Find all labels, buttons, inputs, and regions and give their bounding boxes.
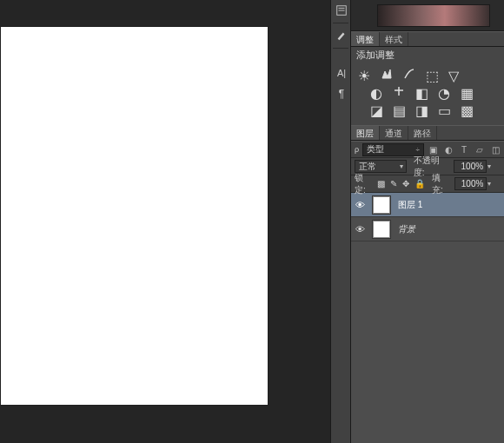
- filter-adjust-icon[interactable]: ◐: [443, 144, 454, 155]
- layer-list: 👁 图层 1 👁 背景: [351, 193, 504, 241]
- visibility-toggle[interactable]: 👁: [351, 224, 368, 235]
- filter-pixel-icon[interactable]: ▣: [428, 144, 438, 155]
- channel-mixer-icon[interactable]: ▦: [461, 85, 473, 97]
- layer-name[interactable]: 图层 1: [395, 199, 504, 211]
- lock-image-icon[interactable]: ✎: [390, 179, 397, 188]
- layers-panel: ρ 类型÷ ▣ ◐ T ▱ ◫ 正常 不透明度: 100% 锁定: ▩ ✎ ✥ …: [351, 141, 504, 241]
- posterize-icon[interactable]: ▤: [393, 102, 405, 115]
- photo-filter-icon[interactable]: ◔: [438, 85, 450, 97]
- paragraph-panel-icon[interactable]: ¶: [331, 83, 352, 104]
- color-panel: [351, 0, 504, 31]
- filter-smart-icon[interactable]: ◫: [490, 144, 501, 155]
- exposure-icon[interactable]: ⬚: [426, 68, 438, 80]
- layer-row[interactable]: 👁 背景: [351, 217, 504, 241]
- lock-position-icon[interactable]: ✥: [402, 179, 409, 188]
- blend-opacity-row: 正常 不透明度: 100%: [351, 158, 504, 175]
- character-panel-icon[interactable]: A|: [331, 63, 352, 83]
- threshold-icon[interactable]: ◨: [415, 102, 428, 115]
- filter-shape-icon[interactable]: ▱: [474, 144, 485, 155]
- invert-icon[interactable]: ◪: [370, 102, 382, 115]
- balance-icon[interactable]: [393, 85, 405, 97]
- fill-input[interactable]: 100%: [454, 177, 487, 190]
- lock-transparency-icon[interactable]: ▩: [377, 179, 385, 188]
- tab-layers[interactable]: 图层: [351, 126, 380, 140]
- lock-all-icon[interactable]: 🔒: [414, 179, 425, 188]
- canvas-area: [0, 0, 330, 443]
- brush-panel-icon[interactable]: [331, 25, 352, 46]
- adjustments-title: 添加调整: [351, 47, 504, 61]
- levels-icon[interactable]: [381, 68, 393, 80]
- filter-type-icon[interactable]: T: [459, 144, 469, 155]
- lock-label: 锁定:: [355, 172, 374, 196]
- opacity-input[interactable]: 100%: [454, 160, 487, 173]
- hue-icon[interactable]: ◐: [370, 85, 382, 97]
- vibrance-icon[interactable]: ▽: [448, 68, 461, 80]
- selective-color-icon[interactable]: ▩: [461, 102, 473, 115]
- layer-name[interactable]: 背景: [395, 223, 504, 235]
- layers-tabbar: 图层 通道 路径: [351, 125, 504, 141]
- visibility-toggle[interactable]: 👁: [351, 200, 368, 210]
- blend-mode-select[interactable]: 正常: [355, 160, 407, 173]
- layer-thumbnail[interactable]: [372, 220, 391, 239]
- adjust-style-tabbar: 调整 样式: [351, 31, 504, 47]
- tab-channels[interactable]: 通道: [380, 126, 408, 140]
- layer-row[interactable]: 👁 图层 1: [351, 193, 504, 217]
- fill-label: 填充:: [432, 172, 451, 196]
- tab-adjustments[interactable]: 调整: [351, 32, 380, 46]
- brightness-icon[interactable]: ☀: [358, 68, 370, 80]
- document-canvas[interactable]: [0, 26, 269, 406]
- tab-styles[interactable]: 样式: [380, 32, 408, 46]
- history-panel-icon[interactable]: [331, 0, 352, 21]
- tab-paths[interactable]: 路径: [408, 126, 437, 140]
- gradient-preview[interactable]: [377, 4, 490, 27]
- collapsed-panel-dock: A| ¶: [330, 0, 351, 443]
- gradient-map-icon[interactable]: ▭: [438, 102, 450, 115]
- layer-thumbnail[interactable]: [372, 195, 391, 215]
- curves-icon[interactable]: [403, 68, 415, 80]
- adjustments-presets: ☀ ⬚ ▽ ◐ ◧ ◔ ▦ ◪ ▤ ◨ ▭ ▩: [351, 61, 504, 125]
- bw-icon[interactable]: ◧: [415, 85, 428, 97]
- right-panel-stack: 调整 样式 添加调整 ☀ ⬚ ▽ ◐ ◧ ◔ ▦ ◪ ▤ ◨ ▭ ▩ 图层 通道…: [351, 0, 504, 443]
